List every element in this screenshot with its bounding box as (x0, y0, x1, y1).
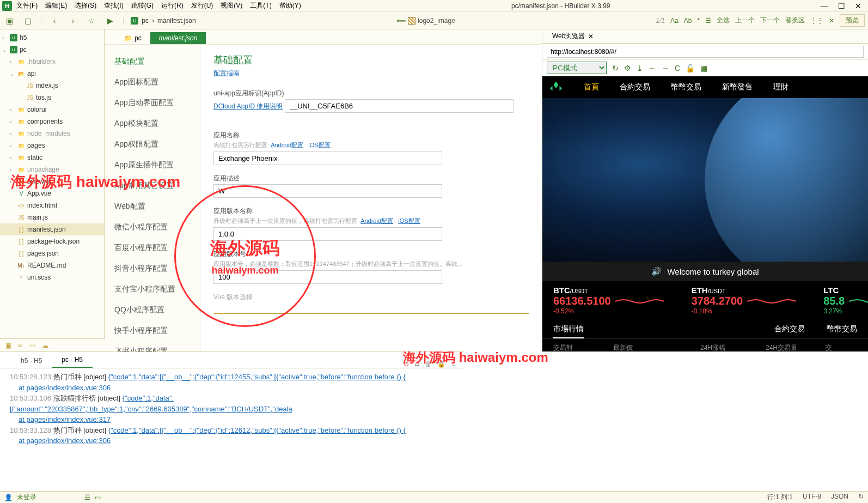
console-sync-icon[interactable]: ⇄ (414, 360, 420, 368)
language-mode[interactable]: JSON (831, 493, 848, 502)
filetree-node-manifest-json[interactable]: [ ]manifest.json (0, 223, 104, 235)
new-file-icon[interactable]: ▣ (3, 15, 15, 27)
ft-terminal-icon[interactable]: ▭ (29, 342, 35, 349)
manifest-nav-item[interactable]: App启动界面配置 (105, 93, 200, 113)
config-guide-link[interactable]: 配置指南 (213, 69, 240, 78)
console-json-link[interactable]: {"code":1,"data":[{"__ob__":{"dep":{"id"… (108, 426, 406, 434)
filetree-node-colorui[interactable]: ›📁colorui (0, 104, 104, 116)
filetree-node-static[interactable]: ›📁static (0, 151, 104, 163)
menu-publish[interactable]: 发行(U) (191, 1, 213, 10)
ios-config-link2[interactable]: iOS配置 (398, 217, 420, 224)
favorite-icon[interactable]: ☆ (85, 15, 97, 27)
ft-collapse-icon[interactable]: ▣ (5, 342, 11, 349)
menu-select[interactable]: 选择(S) (75, 1, 96, 10)
manifest-nav-item[interactable]: App图标配置 (105, 72, 200, 93)
sb-terminal-icon[interactable]: ▭ (95, 494, 101, 501)
select-all[interactable]: 全选 (717, 16, 730, 25)
filetree-node-README-md[interactable]: M↓README.md (0, 259, 104, 271)
close-search-icon[interactable]: ✕ (829, 17, 834, 25)
browser-back-icon[interactable]: ← (649, 64, 656, 72)
breadcrumb-project[interactable]: pc (142, 17, 149, 25)
nav-contract[interactable]: 合約交易 (620, 82, 650, 92)
encoding[interactable]: UTF-8 (803, 493, 821, 502)
nav-back-icon[interactable]: ‹ (48, 15, 60, 27)
nav-finance[interactable]: 理財 (773, 82, 788, 92)
appid-help-link[interactable]: DCloud AppID 使用说明 (213, 102, 283, 111)
filetree-node-api[interactable]: ⌄📂api (0, 68, 104, 80)
sb-sync-icon[interactable]: ↻ (858, 493, 864, 502)
filetree-node-index-html[interactable]: <>index.html (0, 199, 104, 211)
maximize-icon[interactable]: ☐ (838, 2, 845, 10)
filetree-node-uview-ui[interactable]: ›📁uview-ui (0, 175, 104, 187)
menu-tools[interactable]: 工具(T) (250, 1, 271, 10)
manifest-nav-item[interactable]: 快手小程序配置 (105, 320, 200, 341)
market-tab-spot[interactable]: 幣幣交易 (816, 324, 868, 334)
menu-view[interactable]: 视图(V) (221, 1, 242, 10)
filetree-node-components[interactable]: ›📁components (0, 116, 104, 128)
console-lock-icon[interactable]: 🔒 (437, 360, 445, 368)
run-icon[interactable]: ▶ (104, 15, 116, 27)
filetree-node-tos-js[interactable]: JStos.js (0, 92, 104, 104)
version-code-input[interactable] (213, 270, 442, 284)
ticker-ETH[interactable]: ETH/USDT 3784.2700 -0.18% (692, 286, 797, 315)
console-down-icon[interactable]: ⌄ (451, 360, 456, 368)
menu-goto[interactable]: 跳转(G) (131, 1, 154, 10)
market-tab-quotes[interactable]: 市場行情 (542, 324, 595, 334)
nav-forward-icon[interactable]: › (67, 15, 79, 27)
ticker-LTC[interactable]: LTC 85.8 3.27% (823, 286, 868, 315)
appname-input[interactable] (213, 151, 442, 165)
tab-pc-folder[interactable]: 📁 pc (115, 32, 150, 44)
console-source-link[interactable]: at pages/index/index.vue:317 (19, 415, 111, 423)
console-trash-icon[interactable]: 🗑 (425, 360, 432, 368)
console-source-link[interactable]: at pages/index/index.vue:306 (19, 384, 111, 392)
filetree-node-unpackage[interactable]: ›📁unpackage (0, 163, 104, 175)
filetree-node-index-js[interactable]: JSindex.js (0, 80, 104, 92)
filetree-node-App-vue[interactable]: VApp.vue (0, 187, 104, 199)
console-stop-icon[interactable]: ⊘ (404, 360, 409, 368)
menu-run[interactable]: 运行(R) (161, 1, 184, 10)
manifest-nav-item[interactable]: Web配置 (105, 196, 200, 217)
filetree-node-pc[interactable]: ⌄Upc (0, 44, 104, 56)
version-name-input[interactable] (213, 227, 442, 241)
browser-tab-close-icon[interactable]: ✕ (588, 33, 594, 40)
market-tab-contract[interactable]: 合約交易 (763, 324, 816, 334)
search-tab[interactable]: ⟸ logo2_image (396, 17, 455, 25)
filetree-node-main-js[interactable]: JSmain.js (0, 211, 104, 223)
open-file-icon[interactable]: ▢ (22, 15, 34, 27)
manifest-nav-item[interactable]: QQ小程序配置 (105, 300, 200, 320)
console-json-link[interactable]: {"code":1,"data":[{"__ob__":{"dep":{"id"… (108, 373, 406, 381)
browser-mode-select[interactable]: PC模式 (547, 62, 607, 74)
nav-home[interactable]: 首頁 (584, 82, 599, 92)
filetree-node-pages[interactable]: ›📁pages (0, 140, 104, 151)
export-icon[interactable]: ⤓ (637, 64, 643, 72)
manifest-nav-item[interactable]: 基础配置 (105, 51, 200, 72)
ios-config-link[interactable]: iOS配置 (308, 142, 330, 148)
gear-icon[interactable]: ⚙ (624, 64, 631, 72)
manifest-nav-item[interactable]: 飞书小程序配置 (105, 341, 200, 352)
manifest-nav-item[interactable]: App模块配置 (105, 113, 200, 134)
browser-tab[interactable]: Web浏览器 ✕ (547, 29, 599, 43)
filetree-node--hbuilderx[interactable]: ›📁.hbuilderx (0, 56, 104, 68)
browser-url-input[interactable] (547, 46, 864, 58)
search-back-icon[interactable]: ⟸ (396, 17, 406, 25)
regex-icon[interactable]: * (697, 17, 700, 25)
sb-list-icon[interactable]: ☰ (84, 494, 90, 501)
word-icon[interactable]: Ab (684, 17, 692, 25)
nav-spot[interactable]: 幣幣交易 (671, 82, 701, 92)
filetree-node-package-lock-json[interactable]: [ ]package-lock.json (0, 235, 104, 247)
appdesc-input[interactable] (213, 184, 442, 198)
menu-help[interactable]: 帮助(Y) (279, 1, 301, 10)
more-icon[interactable]: ⋮⋮ (810, 17, 823, 25)
manifest-nav-item[interactable]: 微信小程序配置 (105, 217, 200, 238)
filetree-node-node_modules[interactable]: ›📁node_modules (0, 128, 104, 140)
prev-match[interactable]: 上一个 (735, 16, 755, 25)
tab-manifest[interactable]: manifest.json (150, 32, 206, 44)
breadcrumb-file[interactable]: manifest.json (157, 17, 196, 25)
menu-edit[interactable]: 编辑(E) (45, 1, 67, 10)
ft-cloud-icon[interactable]: ☁ (42, 342, 48, 349)
menu-file[interactable]: 文件(F) (16, 1, 38, 10)
filetree-node-h5[interactable]: ›Uh5 (0, 32, 104, 44)
manifest-nav-item[interactable]: 百度小程序配置 (105, 238, 200, 258)
menu-find[interactable]: 查找(I) (104, 1, 123, 10)
android-config-link[interactable]: Android配置 (271, 142, 303, 148)
